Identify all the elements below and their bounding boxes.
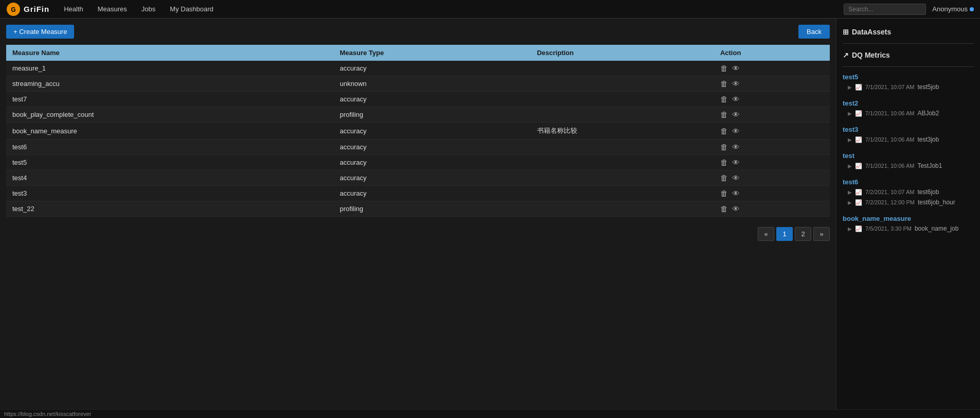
nav-dashboard[interactable]: My Dashboard xyxy=(168,5,216,13)
action-icons: 🗑 👁 xyxy=(720,111,824,118)
sidebar-job-item[interactable]: ▶ 📈 7/2/2021, 10:07 AM test6job xyxy=(843,187,974,197)
layout: + Create Measure Back Measure Name Measu… xyxy=(0,19,980,418)
cell-description: 书籍名称比较 xyxy=(531,123,714,140)
view-button[interactable]: 👁 xyxy=(732,174,740,182)
sidebar-job-item[interactable]: ▶ 📈 7/1/2021, 10:06 AM TestJob1 xyxy=(843,161,974,171)
back-button[interactable]: Back xyxy=(798,25,830,39)
action-icons: 🗑 👁 xyxy=(720,174,824,182)
page-prev-button[interactable]: « xyxy=(758,227,774,241)
table-row: test4 accuracy 🗑 👁 xyxy=(6,170,830,186)
col-header-description: Description xyxy=(531,45,714,61)
brand[interactable]: G GriFin xyxy=(6,2,49,16)
sidebar-divider-2 xyxy=(843,66,974,67)
top-bar: + Create Measure Back xyxy=(6,25,830,39)
sidebar-measure-group: test3 ▶ 📈 7/1/2021, 10:06 AM test3job xyxy=(843,124,974,145)
sidebar-dq-metrics[interactable]: ↗ DQ Metrics xyxy=(843,48,974,62)
brand-name: GriFin xyxy=(24,5,49,13)
view-button[interactable]: 👁 xyxy=(732,64,740,72)
view-button[interactable]: 👁 xyxy=(732,159,740,166)
search-input[interactable] xyxy=(844,4,926,15)
cell-description xyxy=(531,186,714,201)
view-button[interactable]: 👁 xyxy=(732,80,740,88)
page-2-button[interactable]: 2 xyxy=(795,227,811,241)
delete-button[interactable]: 🗑 xyxy=(720,143,728,151)
cell-description xyxy=(531,155,714,170)
sidebar-job-item[interactable]: ▶ 📈 7/1/2021, 10:07 AM test5job xyxy=(843,82,974,92)
sidebar-measure-group: book_name_measure ▶ 📈 7/5/2021, 3:30 PM … xyxy=(843,213,974,234)
job-time: 7/2/2021, 10:07 AM xyxy=(865,189,914,195)
cell-type: profiling xyxy=(334,107,531,123)
job-time: 7/1/2021, 10:06 AM xyxy=(865,163,914,169)
job-chart-icon: 📈 xyxy=(855,163,862,169)
cell-description xyxy=(531,201,714,217)
sidebar-measure-name[interactable]: test5 xyxy=(843,71,974,82)
action-icons: 🗑 👁 xyxy=(720,189,824,197)
cell-name: measure_1 xyxy=(6,61,334,76)
cell-action: 🗑 👁 xyxy=(714,76,830,92)
job-time: 7/1/2021, 10:06 AM xyxy=(865,110,914,116)
job-time: 7/5/2021, 3:30 PM xyxy=(865,225,912,232)
delete-button[interactable]: 🗑 xyxy=(720,127,728,135)
page-next-button[interactable]: » xyxy=(813,227,830,241)
cell-description xyxy=(531,170,714,186)
page-1-button[interactable]: 1 xyxy=(776,227,793,241)
nav-measures[interactable]: Measures xyxy=(96,5,129,13)
delete-button[interactable]: 🗑 xyxy=(720,80,728,88)
view-button[interactable]: 👁 xyxy=(732,111,740,118)
data-assets-label: DataAssets xyxy=(852,28,891,36)
delete-button[interactable]: 🗑 xyxy=(720,64,728,72)
view-button[interactable]: 👁 xyxy=(732,95,740,103)
svg-text:G: G xyxy=(11,6,15,13)
delete-button[interactable]: 🗑 xyxy=(720,159,728,166)
view-button[interactable]: 👁 xyxy=(732,143,740,151)
sidebar-measure-name[interactable]: book_name_measure xyxy=(843,213,974,223)
sidebar: ⊞ DataAssets ↗ DQ Metrics test5 ▶ 📈 7/1/… xyxy=(836,19,980,418)
cell-action: 🗑 👁 xyxy=(714,92,830,107)
cell-action: 🗑 👁 xyxy=(714,61,830,76)
brand-logo-icon: G xyxy=(6,2,21,16)
sidebar-job-item[interactable]: ▶ 📈 7/2/2021, 12:00 PM test6job_hour xyxy=(843,197,974,207)
cell-action: 🗑 👁 xyxy=(714,186,830,201)
create-measure-button[interactable]: + Create Measure xyxy=(6,25,74,39)
cell-description xyxy=(531,107,714,123)
view-button[interactable]: 👁 xyxy=(732,127,740,135)
delete-button[interactable]: 🗑 xyxy=(720,111,728,118)
nav-jobs[interactable]: Jobs xyxy=(139,5,157,13)
sidebar-job-item[interactable]: ▶ 📈 7/1/2021, 10:06 AM ABJob2 xyxy=(843,108,974,118)
cell-description xyxy=(531,92,714,107)
delete-button[interactable]: 🗑 xyxy=(720,189,728,197)
delete-button[interactable]: 🗑 xyxy=(720,95,728,103)
job-chart-icon: 📈 xyxy=(855,225,862,232)
action-icons: 🗑 👁 xyxy=(720,127,824,135)
col-header-name: Measure Name xyxy=(6,45,334,61)
dq-metrics-label: DQ Metrics xyxy=(852,51,890,59)
table-icon: ⊞ xyxy=(843,28,849,36)
sidebar-measure-name[interactable]: test xyxy=(843,150,974,161)
table-row: test6 accuracy 🗑 👁 xyxy=(6,140,830,155)
job-name: ABJob2 xyxy=(917,110,939,117)
view-button[interactable]: 👁 xyxy=(732,205,740,213)
sidebar-measure-name[interactable]: test3 xyxy=(843,124,974,134)
delete-button[interactable]: 🗑 xyxy=(720,205,728,213)
cell-type: accuracy xyxy=(334,140,531,155)
sidebar-job-item[interactable]: ▶ 📈 7/1/2021, 10:06 AM test3job xyxy=(843,134,974,145)
nav-health[interactable]: Health xyxy=(62,5,85,13)
job-time: 7/1/2021, 10:06 AM xyxy=(865,136,914,143)
sidebar-job-item[interactable]: ▶ 📈 7/5/2021, 3:30 PM book_name_job xyxy=(843,223,974,234)
sidebar-measure-name[interactable]: test6 xyxy=(843,176,974,187)
job-chart-icon: 📈 xyxy=(855,110,862,117)
job-arrow-icon: ▶ xyxy=(848,163,852,169)
cell-action: 🗑 👁 xyxy=(714,107,830,123)
table-row: test3 accuracy 🗑 👁 xyxy=(6,186,830,201)
chart-icon: ↗ xyxy=(843,51,849,59)
delete-button[interactable]: 🗑 xyxy=(720,174,728,182)
measures-table: Measure Name Measure Type Description Ac… xyxy=(6,45,830,217)
col-header-type: Measure Type xyxy=(334,45,531,61)
sidebar-measure-group: test6 ▶ 📈 7/2/2021, 10:07 AM test6job ▶ … xyxy=(843,176,974,207)
view-button[interactable]: 👁 xyxy=(732,189,740,197)
sidebar-measure-name[interactable]: test2 xyxy=(843,97,974,108)
footer-url: https://blog.csdn.net/kisscatforever xyxy=(0,409,980,418)
sidebar-data-assets[interactable]: ⊞ DataAssets xyxy=(843,25,974,39)
sidebar-measure-group: test ▶ 📈 7/1/2021, 10:06 AM TestJob1 xyxy=(843,150,974,171)
cell-type: accuracy xyxy=(334,92,531,107)
